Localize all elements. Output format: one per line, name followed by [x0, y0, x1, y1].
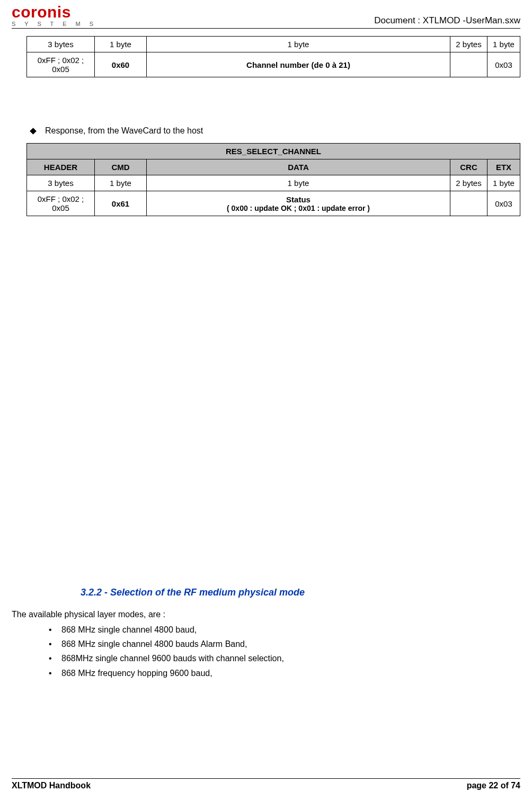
- cell-val-etx: 0x03: [487, 191, 520, 216]
- content: 3 bytes 1 byte 1 byte 2 bytes 1 byte 0xF…: [12, 29, 520, 680]
- cell-size-crc: 2 bytes: [450, 37, 487, 52]
- cell-size-etx: 1 byte: [487, 175, 520, 191]
- logo: coronis S Y S T E M S: [12, 4, 97, 27]
- cell-val-data: Channel number (de 0 à 21): [147, 52, 450, 77]
- table-row: 3 bytes 1 byte 1 byte 2 bytes 1 byte: [27, 37, 520, 52]
- status-line2: ( 0x00 : update OK ; 0x01 : update error…: [150, 204, 447, 212]
- logo-sub: S Y S T E M S: [12, 21, 97, 27]
- page-header: coronis S Y S T E M S Document : XTLMOD …: [12, 4, 520, 29]
- response-bullet-line: Response, from the WaveCard to the host: [31, 126, 520, 136]
- table-title-row: RES_SELECT_CHANNEL: [27, 144, 520, 159]
- response-block: Response, from the WaveCard to the host …: [12, 126, 520, 216]
- logo-main: coronis: [12, 4, 97, 20]
- cell-size-etx: 1 byte: [487, 37, 520, 52]
- table-row: 3 bytes 1 byte 1 byte 2 bytes 1 byte: [27, 175, 520, 191]
- col-header: HEADER: [27, 159, 95, 175]
- col-crc: CRC: [450, 159, 487, 175]
- list-item: 868MHz single channel 9600 bauds with ch…: [49, 651, 520, 665]
- document-label: Document : XTLMOD -UserMan.sxw: [374, 15, 520, 27]
- cell-val-cmd: 0x61: [95, 191, 147, 216]
- cell-size-data: 1 byte: [147, 37, 450, 52]
- footer-right: page 22 of 74: [467, 781, 520, 790]
- cell-size-header: 3 bytes: [27, 37, 95, 52]
- table-row: 0xFF ; 0x02 ; 0x05 0x61 Status ( 0x00 : …: [27, 191, 520, 216]
- cell-size-cmd: 1 byte: [95, 37, 147, 52]
- table-title: RES_SELECT_CHANNEL: [27, 144, 520, 159]
- cell-size-header: 3 bytes: [27, 175, 95, 191]
- cell-val-data: Status ( 0x00 : update OK ; 0x01 : updat…: [147, 191, 450, 216]
- status-line1: Status: [150, 195, 447, 204]
- cell-size-crc: 2 bytes: [450, 175, 487, 191]
- section-intro: The available physical layer modes, are …: [12, 610, 520, 619]
- cell-val-header: 0xFF ; 0x02 ; 0x05: [27, 52, 95, 77]
- response-label: Response, from the WaveCard to the host: [45, 126, 203, 136]
- cell-val-etx: 0x03: [487, 52, 520, 77]
- section-heading: 3.2.2 - Selection of the RF medium physi…: [81, 587, 520, 598]
- table-req-select-channel-partial: 3 bytes 1 byte 1 byte 2 bytes 1 byte 0xF…: [26, 36, 520, 77]
- cell-val-crc: [450, 52, 487, 77]
- diamond-bullet-icon: [30, 128, 37, 135]
- col-data: DATA: [147, 159, 450, 175]
- modes-list: 868 MHz single channel 4800 baud, 868 MH…: [49, 623, 520, 680]
- cell-val-cmd: 0x60: [95, 52, 147, 77]
- list-item: 868 MHz frequency hopping 9600 baud,: [49, 666, 520, 680]
- page: coronis S Y S T E M S Document : XTLMOD …: [0, 0, 532, 800]
- cell-val-crc: [450, 191, 487, 216]
- cell-size-data: 1 byte: [147, 175, 450, 191]
- table-res-select-channel: RES_SELECT_CHANNEL HEADER CMD DATA CRC E…: [26, 143, 520, 216]
- list-item: 868 MHz single channel 4800 baud,: [49, 623, 520, 637]
- cell-val-header: 0xFF ; 0x02 ; 0x05: [27, 191, 95, 216]
- page-footer: XLTMOD Handbook page 22 of 74: [12, 778, 520, 790]
- col-etx: ETX: [487, 159, 520, 175]
- list-item: 868 MHz single channel 4800 bauds Alarm …: [49, 637, 520, 651]
- footer-left: XLTMOD Handbook: [12, 781, 91, 790]
- table-row: HEADER CMD DATA CRC ETX: [27, 159, 520, 175]
- col-cmd: CMD: [95, 159, 147, 175]
- table-row: 0xFF ; 0x02 ; 0x05 0x60 Channel number (…: [27, 52, 520, 77]
- cell-size-cmd: 1 byte: [95, 175, 147, 191]
